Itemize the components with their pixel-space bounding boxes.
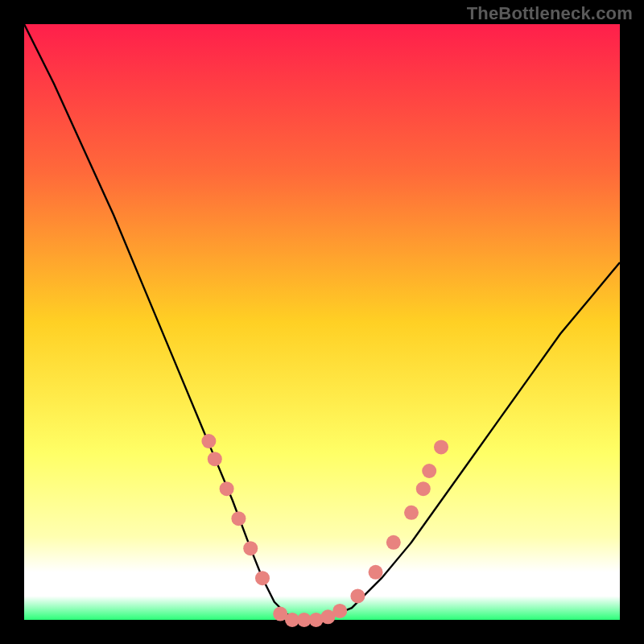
bottleneck-chart	[0, 0, 644, 644]
curve-marker	[201, 434, 216, 448]
curve-marker	[243, 541, 258, 555]
curve-marker	[434, 440, 448, 454]
curve-marker	[422, 464, 436, 478]
chart-stage: TheBottleneck.com	[0, 0, 644, 644]
curve-marker	[208, 452, 222, 466]
curve-marker	[220, 481, 234, 496]
watermark-text: TheBottleneck.com	[467, 3, 633, 24]
curve-marker	[255, 571, 270, 585]
curve-marker	[416, 481, 431, 496]
plot-area	[24, 24, 620, 620]
curve-marker	[350, 588, 365, 603]
curve-marker	[369, 565, 383, 580]
curve-marker	[404, 506, 419, 520]
curve-marker	[231, 511, 246, 526]
curve-marker	[332, 604, 347, 618]
curve-marker	[386, 535, 401, 550]
